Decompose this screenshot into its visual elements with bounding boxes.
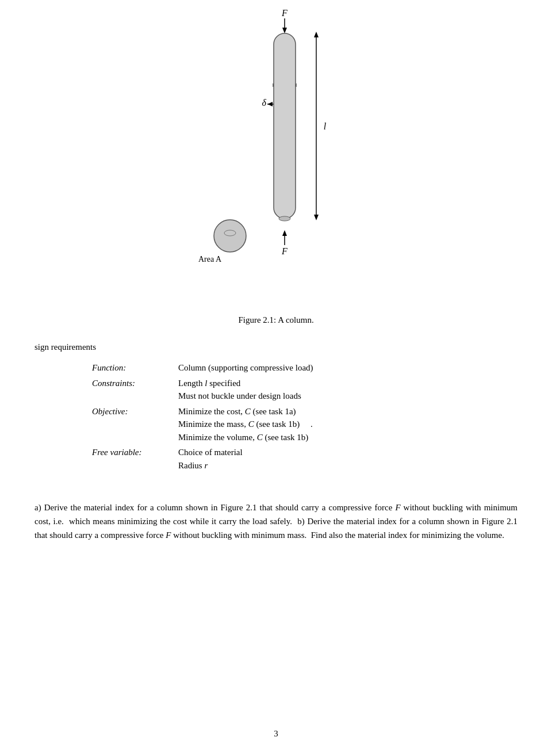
req-row-objective: Objective: Minimize the cost, C (see tas… bbox=[92, 405, 518, 444]
req-content-free-variable: Choice of material Radius r bbox=[178, 446, 518, 472]
svg-point-21 bbox=[279, 216, 290, 221]
text-section: a) Derive the material index for a colum… bbox=[0, 501, 552, 542]
req-row-free-variable: Free variable: Choice of material Radius… bbox=[92, 446, 518, 472]
req-label-function: Function: bbox=[92, 361, 178, 375]
choice-of-material: Choice of material bbox=[178, 446, 518, 459]
page-number: 3 bbox=[0, 729, 552, 739]
req-label-free-variable: Free variable: bbox=[92, 446, 178, 472]
req-label-constraints: Constraints: bbox=[92, 377, 178, 403]
svg-text:δ: δ bbox=[262, 98, 267, 108]
svg-text:Area A: Area A bbox=[198, 255, 222, 264]
section-title: sign requirements bbox=[34, 342, 518, 352]
svg-text:F: F bbox=[281, 8, 288, 18]
svg-rect-14 bbox=[274, 33, 296, 219]
req-content-constraints: Length l specified Must not buckle under… bbox=[178, 377, 518, 403]
figure-container: F l 2r δ Area A bbox=[0, 0, 552, 325]
svg-marker-19 bbox=[282, 230, 287, 236]
design-section: sign requirements Function: Column (supp… bbox=[0, 331, 552, 501]
page: F l 2r δ Area A bbox=[0, 0, 552, 756]
figure-caption: Figure 2.1: A column. bbox=[238, 315, 313, 325]
req-row-constraints: Constraints: Length l specified Must not… bbox=[92, 377, 518, 403]
req-row-function: Function: Column (supporting compressive… bbox=[92, 361, 518, 375]
svg-text:l: l bbox=[324, 121, 327, 131]
paragraph-a: a) Derive the material index for a colum… bbox=[34, 501, 518, 542]
requirements-table: Function: Column (supporting compressive… bbox=[92, 361, 518, 472]
req-label-objective: Objective: bbox=[92, 405, 178, 444]
svg-text:F: F bbox=[281, 246, 288, 256]
column-figure: F l 2r δ Area A bbox=[161, 6, 391, 311]
req-content-function: Column (supporting compressive load) bbox=[178, 361, 518, 375]
svg-marker-4 bbox=[314, 32, 319, 37]
req-content-objective: Minimize the cost, C (see task 1a) Minim… bbox=[178, 405, 518, 444]
svg-marker-5 bbox=[314, 215, 319, 220]
svg-marker-13 bbox=[267, 102, 273, 106]
svg-marker-2 bbox=[282, 28, 287, 33]
